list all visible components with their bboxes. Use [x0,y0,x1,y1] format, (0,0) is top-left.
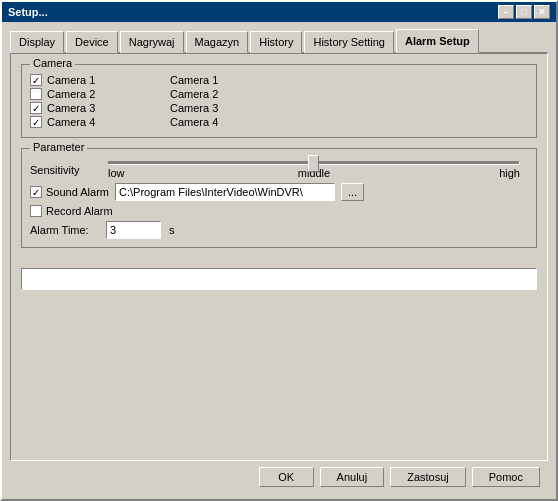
parameter-group-label: Parameter [30,141,87,153]
title-bar-buttons: – □ ✕ [498,5,550,19]
camera-4-alias: Camera 4 [170,116,290,128]
record-alarm-checkbox[interactable] [30,205,42,217]
title-bar: Setup... – □ ✕ [2,2,556,22]
table-row: Camera 4 Camera 4 [30,115,528,129]
camera-1-alias: Camera 1 [170,74,290,86]
sound-alarm-label: Sound Alarm [46,186,109,198]
camera-2-name: Camera 2 [47,88,95,100]
tab-device[interactable]: Device [66,31,118,53]
sensitivity-row: Sensitivity low middle high [30,157,528,179]
main-window: Setup... – □ ✕ Display Device Nagrywaj M… [0,0,558,501]
record-alarm-checkbox-label[interactable]: Record Alarm [30,205,113,217]
camera-2-col: Camera 2 [30,88,170,100]
ok-button[interactable]: OK [259,467,314,487]
bottom-area [21,262,537,296]
tabs-container: Display Device Nagrywaj Magazyn History … [10,26,548,52]
table-row: Camera 3 Camera 3 [30,101,528,115]
alarm-time-label: Alarm Time: [30,224,100,236]
camera-3-name: Camera 3 [47,102,95,114]
tab-history[interactable]: History [250,31,302,53]
cancel-button[interactable]: Anuluj [320,467,385,487]
camera-4-name: Camera 4 [47,116,95,128]
browse-button[interactable]: ... [341,183,364,201]
camera-3-checkbox[interactable] [30,102,42,114]
alarm-time-unit: s [169,224,175,236]
slider-thumb[interactable] [308,155,319,172]
apply-button[interactable]: Zastosuj [390,467,466,487]
camera-1-name: Camera 1 [47,74,95,86]
slider-track[interactable] [108,161,520,165]
bottom-input-row [21,268,537,290]
camera-2-alias: Camera 2 [170,88,290,100]
tab-display[interactable]: Display [10,31,64,53]
footer-buttons: OK Anuluj Zastosuj Pomoc [10,461,548,491]
close-button[interactable]: ✕ [534,5,550,19]
slider-low-label: low [108,167,245,179]
camera-4-col: Camera 4 [30,116,170,128]
help-button[interactable]: Pomoc [472,467,540,487]
sound-alarm-path-input[interactable] [115,183,335,201]
camera-group-label: Camera [30,57,75,69]
alarm-time-row: Alarm Time: s [30,221,528,239]
camera-2-checkbox[interactable] [30,88,42,100]
window-content: Display Device Nagrywaj Magazyn History … [2,22,556,499]
sound-alarm-checkbox-label[interactable]: Sound Alarm [30,186,109,198]
record-alarm-row: Record Alarm [30,205,528,217]
camera-3-col: Camera 3 [30,102,170,114]
camera-1-col: Camera 1 [30,74,170,86]
sound-alarm-row: Sound Alarm ... [30,183,528,201]
camera-4-checkbox[interactable] [30,116,42,128]
tab-magazyn[interactable]: Magazyn [186,31,249,53]
table-row: Camera 2 Camera 2 [30,87,528,101]
slider-track-area [100,161,528,165]
camera-list: Camera 1 Camera 1 Camera 2 Camera 2 [30,73,528,129]
window-title: Setup... [8,6,48,18]
alarm-time-input[interactable] [106,221,161,239]
tab-alarm-setup[interactable]: Alarm Setup [396,29,479,53]
slider-wrapper: low middle high [100,161,528,179]
table-row: Camera 1 Camera 1 [30,73,528,87]
tab-nagrywaj[interactable]: Nagrywaj [120,31,184,53]
tab-history-setting[interactable]: History Setting [304,31,394,53]
parameter-group: Parameter Sensitivity low middle [21,148,537,248]
sensitivity-label: Sensitivity [30,164,100,176]
slider-high-label: high [383,167,520,179]
record-alarm-label: Record Alarm [46,205,113,217]
camera-1-checkbox[interactable] [30,74,42,86]
sound-alarm-checkbox[interactable] [30,186,42,198]
camera-group: Camera Camera 1 Camera 1 [21,64,537,138]
minimize-button[interactable]: – [498,5,514,19]
alarm-setup-panel: Camera Camera 1 Camera 1 [10,52,548,461]
camera-3-alias: Camera 3 [170,102,290,114]
maximize-button[interactable]: □ [516,5,532,19]
